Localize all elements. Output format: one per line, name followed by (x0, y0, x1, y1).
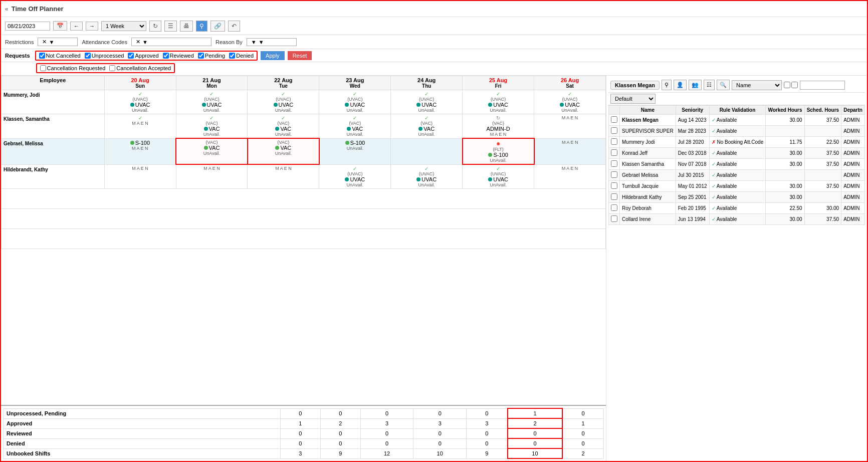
right-search-input[interactable] (800, 81, 845, 90)
cell-mummery-2[interactable]: ✓ (UVAC) UVAC UnAvail. (248, 90, 319, 114)
cell-mummery-6[interactable]: ✓ (UVAC) UVAC UnAvail. (534, 90, 606, 114)
cell-hildebrandt-2[interactable]: M A E N (248, 164, 319, 189)
day-header-6: 26 Aug Sat (534, 76, 606, 90)
col-dept[interactable]: Departn (841, 106, 865, 115)
row-name-9[interactable]: Collard Irene (620, 214, 676, 225)
undo-btn[interactable]: ↶ (228, 21, 240, 32)
row-name-0[interactable]: Klassen Megan (620, 115, 676, 126)
cell-hildebrandt-4[interactable]: ✓ (UVAC) UVAC UnAvail. (391, 164, 463, 189)
row-name-4[interactable]: Klassen Samantha (620, 159, 676, 170)
pending-check[interactable]: Pending (198, 53, 225, 59)
cell-mummery-4[interactable]: ✓ (UVAC) UVAC UnAvail. (391, 90, 463, 114)
not-cancelled-check[interactable]: Not Cancelled (39, 53, 81, 59)
filter-btn[interactable]: ⚲ (196, 21, 207, 32)
unprocessed-check[interactable]: Unprocessed (85, 53, 124, 59)
right-search-btn[interactable]: 🔍 (717, 80, 730, 90)
row-check-4[interactable] (609, 159, 620, 170)
collapse-icon[interactable]: « (5, 6, 9, 13)
row-check-6[interactable] (609, 181, 620, 192)
denied-check[interactable]: Denied (229, 53, 254, 59)
right-check-1[interactable] (784, 82, 790, 88)
apply-button[interactable]: Apply (261, 51, 285, 60)
link-btn[interactable]: 🔗 (210, 21, 225, 32)
cell-hildebrandt-0[interactable]: M A E N (104, 164, 176, 189)
day-header-2: 22 Aug Tue (248, 76, 319, 90)
cell-klassen-1[interactable]: ✓ (VAC) VAC UnAvail. (176, 114, 248, 139)
row-name-7[interactable]: Hildebrandt Kathy (620, 192, 676, 203)
cell-gebrael-1[interactable]: (VAC) VAC UnAvail. (176, 138, 248, 164)
reset-button[interactable]: Reset (288, 51, 312, 60)
cell-klassen-5[interactable]: ↻ (VAC) ADMIN-D M A E N (463, 114, 534, 139)
cell-klassen-4[interactable]: ✓ (VAC) VAC UnAvail. (391, 114, 463, 139)
list-btn[interactable]: ☰ (164, 21, 177, 32)
cell-gebrael-6[interactable]: M A E N (534, 138, 606, 164)
employee-name-mummery[interactable]: Mummery, Jodi (2, 90, 105, 114)
cell-klassen-0[interactable]: ✓ M A E N (104, 114, 176, 139)
col-worked[interactable]: Worked Hours (766, 106, 804, 115)
checkbox-group (784, 82, 798, 88)
cell-mummery-1[interactable]: ✓ (UVAC) UVAC UnAvail. (176, 90, 248, 114)
cell-mummery-5[interactable]: ✓ (UVAC) UVAC UnAvail. (463, 90, 534, 114)
approved-check[interactable]: Approved (128, 53, 158, 59)
right-group-btn[interactable]: 👤 (674, 80, 687, 90)
cell-hildebrandt-3[interactable]: ✓ (UVAC) UVAC UnAvail. (319, 164, 391, 189)
restrictions-select[interactable]: ✕ ▼ (38, 38, 78, 46)
employee-name-hildebrandt[interactable]: Hildebrandt, Kathy (2, 164, 105, 189)
row-check-1[interactable] (609, 126, 620, 137)
row-name-8[interactable]: Roy Deborah (620, 203, 676, 214)
row-check-2[interactable] (609, 137, 620, 148)
calendar-icon-btn[interactable]: 📅 (53, 21, 67, 31)
right-employee-table: Name Seniority Rule Validation Worked Ho… (608, 105, 865, 225)
print-btn[interactable]: 🖶 (180, 21, 193, 32)
row-name-6[interactable]: Turnbull Jacquie (620, 181, 676, 192)
col-sched[interactable]: Sched. Hours (804, 106, 841, 115)
cell-mummery-3[interactable]: ✓ (UVAC) UVAC UnAvail. (319, 90, 391, 114)
cell-mummery-0[interactable]: ✓ (UVAC) UVAC UnAvail. (104, 90, 176, 114)
reviewed-check[interactable]: Reviewed (163, 53, 194, 59)
refresh-btn[interactable]: ↻ (149, 21, 161, 32)
name-select[interactable]: Name (732, 80, 782, 90)
employee-name-gebrael[interactable]: Gebrael, Melissa (2, 138, 105, 164)
cell-gebrael-3[interactable]: S-100 UnAvail. (319, 138, 391, 164)
cell-gebrael-2[interactable]: (VAC) VAC UnAvail. (248, 138, 319, 164)
cancellation-row: Requests Cancellation Requested Cancella… (1, 62, 867, 76)
col-name[interactable]: Name (620, 106, 676, 115)
cancellation-requested-check[interactable]: Cancellation Requested (40, 65, 106, 71)
row-name-2[interactable]: Mummery Jodi (620, 137, 676, 148)
attendance-codes-select[interactable]: ✕ ▼ (131, 38, 211, 46)
row-check-9[interactable] (609, 214, 620, 225)
cell-klassen-3[interactable]: ✓ (VAC) VAC UnAvail. (319, 114, 391, 139)
row-check-0[interactable] (609, 115, 620, 126)
week-select[interactable]: 1 Week 2 Weeks 3 Weeks 4 Weeks (101, 21, 146, 31)
cell-klassen-2[interactable]: ✓ (VAC) VAC UnAvail. (248, 114, 319, 139)
cancellation-accepted-check[interactable]: Cancellation Accepted (109, 65, 171, 71)
right-check-2[interactable] (791, 82, 798, 88)
col-seniority[interactable]: Seniority (676, 106, 709, 115)
cell-gebrael-5[interactable]: ● (FLT) S-100 UnAvail. (463, 138, 534, 164)
row-name-5[interactable]: Gebrael Melissa (620, 170, 676, 181)
selected-person-chip[interactable]: Klassen Megan (610, 81, 660, 90)
cell-hildebrandt-6[interactable]: M A E N (534, 164, 606, 189)
row-name-3[interactable]: Konrad Jeff (620, 148, 676, 159)
row-check-8[interactable] (609, 203, 620, 214)
col-rule[interactable]: Rule Validation (709, 106, 766, 115)
prev-week-btn[interactable]: ← (70, 22, 83, 31)
next-week-btn[interactable]: → (86, 22, 98, 31)
row-check-7[interactable] (609, 192, 620, 203)
right-filter-btn[interactable]: ⚲ (662, 80, 672, 90)
cell-gebrael-0[interactable]: S-100 M A E N (104, 138, 176, 164)
default-select[interactable]: Default (610, 94, 656, 104)
cell-gebrael-4[interactable] (391, 138, 463, 164)
summary-row-denied: Denied 0 0 0 0 0 0 0 (4, 438, 604, 448)
cell-hildebrandt-1[interactable]: M A E N (176, 164, 248, 189)
cell-klassen-6[interactable]: M A E N (534, 114, 606, 139)
cell-hildebrandt-5[interactable]: ✓ (UVAC) UVAC UnAvail. (463, 164, 534, 189)
date-input[interactable] (5, 22, 50, 31)
right-table-btn[interactable]: ☷ (704, 80, 715, 90)
employee-name-klassen-samantha[interactable]: Klassen, Samantha (2, 114, 105, 139)
row-check-5[interactable] (609, 170, 620, 181)
row-name-1[interactable]: SUPERVISOR SUPER (620, 126, 676, 137)
row-check-3[interactable] (609, 148, 620, 159)
reason-by-select[interactable]: ▼ ▼ (247, 38, 297, 46)
right-person-btn[interactable]: 👥 (689, 80, 702, 90)
